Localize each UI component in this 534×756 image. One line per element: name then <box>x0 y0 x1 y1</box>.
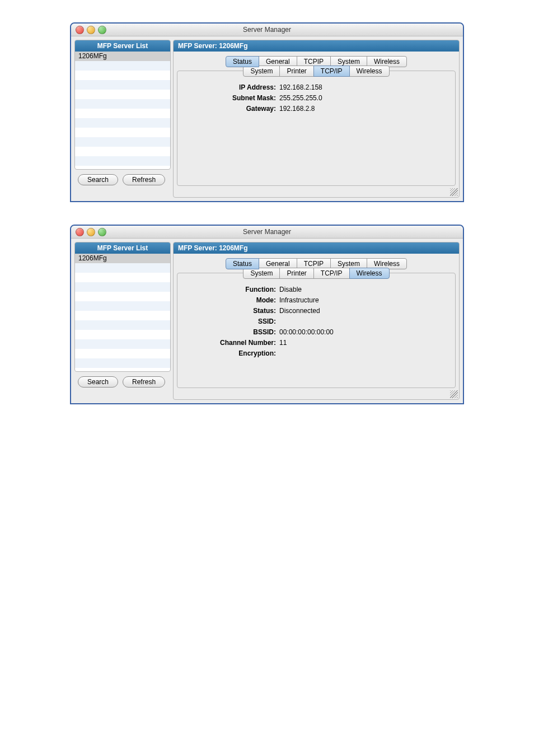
sidebar-header: MFP Server List <box>75 40 170 52</box>
close-icon[interactable] <box>76 26 84 34</box>
subtab-tcp-ip[interactable]: TCP/IP <box>313 268 350 279</box>
search-button[interactable]: Search <box>78 376 118 388</box>
list-row[interactable] <box>75 282 170 292</box>
field-value: 00:00:00:00:00:00 <box>279 328 452 337</box>
subtab-printer[interactable]: Printer <box>279 66 313 77</box>
server-list: 1206MFg <box>75 254 170 371</box>
field-row: IP Address:192.168.2.158 <box>181 83 452 92</box>
field-row: Mode:Infrastructure <box>181 296 452 305</box>
subtab-tcp-ip[interactable]: TCP/IP <box>313 66 350 77</box>
resize-handle[interactable] <box>450 188 458 196</box>
list-row[interactable] <box>75 292 170 301</box>
subtab-wireless[interactable]: Wireless <box>349 268 390 279</box>
field-label: Encryption: <box>181 349 279 358</box>
sidebar-header: MFP Server List <box>75 242 170 254</box>
field-value: Infrastructure <box>279 296 452 305</box>
list-row[interactable] <box>75 80 170 90</box>
field-row: Channel Number:11 <box>181 338 452 347</box>
sidebar: MFP Server List1206MFg <box>74 242 171 372</box>
list-row[interactable] <box>75 320 170 330</box>
list-row[interactable] <box>75 99 170 109</box>
zoom-icon[interactable] <box>98 26 106 34</box>
field-label: Channel Number: <box>181 338 279 347</box>
main-body: StatusGeneralTCPIPSystemWirelessSystemPr… <box>174 52 459 197</box>
window-title: Server Manager <box>71 24 463 36</box>
subtab-printer[interactable]: Printer <box>279 268 313 279</box>
traffic-lights <box>76 26 106 34</box>
zoom-icon[interactable] <box>98 228 106 236</box>
list-item[interactable]: 1206MFg <box>75 52 170 61</box>
list-row[interactable] <box>75 128 170 137</box>
traffic-lights <box>76 228 106 236</box>
list-row[interactable] <box>75 263 170 273</box>
refresh-button[interactable]: Refresh <box>123 376 165 388</box>
list-row[interactable] <box>75 301 170 311</box>
field-row: BSSID:00:00:00:00:00:00 <box>181 328 452 337</box>
refresh-button[interactable]: Refresh <box>123 174 165 185</box>
server-manager-window: Server ManagerMFP Server List1206MFgSear… <box>70 225 464 404</box>
list-row[interactable] <box>75 147 170 156</box>
search-button[interactable]: Search <box>78 174 118 185</box>
field-label: Status: <box>181 306 279 315</box>
field-value: Disable <box>279 285 452 294</box>
main-header: MFP Server: 1206MFg <box>174 242 459 254</box>
subtab-system[interactable]: System <box>243 66 280 77</box>
field-row: Function:Disable <box>181 285 452 294</box>
field-label: IP Address: <box>181 83 279 92</box>
field-value: Disconnected <box>279 306 452 315</box>
field-value: 255.255.255.0 <box>279 94 452 102</box>
list-row[interactable] <box>75 61 170 71</box>
list-row[interactable] <box>75 339 170 349</box>
close-icon[interactable] <box>76 228 84 236</box>
list-row[interactable] <box>75 349 170 358</box>
minimize-icon[interactable] <box>87 26 95 34</box>
window-body: MFP Server List1206MFgSearchRefreshMFP S… <box>71 239 463 403</box>
field-label: Mode: <box>181 296 279 305</box>
subtab-wireless[interactable]: Wireless <box>349 66 390 77</box>
main-header: MFP Server: 1206MFg <box>174 40 459 52</box>
list-row[interactable] <box>75 137 170 147</box>
list-row[interactable] <box>75 311 170 320</box>
subtab-system[interactable]: System <box>243 268 280 279</box>
inner-panel: SystemPrinterTCP/IPWirelessFunction:Disa… <box>177 273 456 388</box>
field-row: Subnet Mask:255.255.255.0 <box>181 94 452 102</box>
field-value <box>279 349 452 358</box>
minimize-icon[interactable] <box>87 228 95 236</box>
list-row[interactable] <box>75 156 170 166</box>
sidebar-footer: SearchRefresh <box>74 170 170 189</box>
field-value <box>279 317 452 326</box>
window-title: Server Manager <box>71 226 463 238</box>
field-value: 192.168.2.158 <box>279 83 452 92</box>
titlebar: Server Manager <box>71 24 463 36</box>
window-body: MFP Server List1206MFgSearchRefreshMFP S… <box>71 36 463 201</box>
titlebar: Server Manager <box>71 226 463 239</box>
list-row[interactable] <box>75 273 170 282</box>
tab-status[interactable]: Status <box>226 56 259 67</box>
field-row: Status:Disconnected <box>181 306 452 315</box>
sidebar: MFP Server List1206MFg <box>74 40 171 170</box>
main-panel: MFP Server: 1206MFgStatusGeneralTCPIPSys… <box>173 40 460 198</box>
field-value: 11 <box>279 338 452 347</box>
tab-status[interactable]: Status <box>226 258 259 269</box>
field-label: Subnet Mask: <box>181 94 279 102</box>
list-row[interactable] <box>75 71 170 80</box>
list-row[interactable] <box>75 358 170 368</box>
field-row: SSID: <box>181 317 452 326</box>
field-label: BSSID: <box>181 328 279 337</box>
field-value: 192.168.2.8 <box>279 104 452 113</box>
list-item[interactable]: 1206MFg <box>75 254 170 263</box>
list-row[interactable] <box>75 330 170 339</box>
field-row: Gateway:192.168.2.8 <box>181 104 452 113</box>
list-row[interactable] <box>75 118 170 128</box>
list-row[interactable] <box>75 90 170 99</box>
main-body: StatusGeneralTCPIPSystemWirelessSystemPr… <box>174 254 459 399</box>
field-label: SSID: <box>181 317 279 326</box>
inner-panel: SystemPrinterTCP/IPWirelessIP Address:19… <box>177 71 456 186</box>
resize-handle[interactable] <box>450 390 458 398</box>
list-row[interactable] <box>75 109 170 118</box>
inner-tabs: SystemPrinterTCP/IPWireless <box>177 268 455 279</box>
field-label: Function: <box>181 285 279 294</box>
field-label: Gateway: <box>181 104 279 113</box>
field-row: Encryption: <box>181 349 452 358</box>
server-manager-window: Server ManagerMFP Server List1206MFgSear… <box>70 22 464 202</box>
